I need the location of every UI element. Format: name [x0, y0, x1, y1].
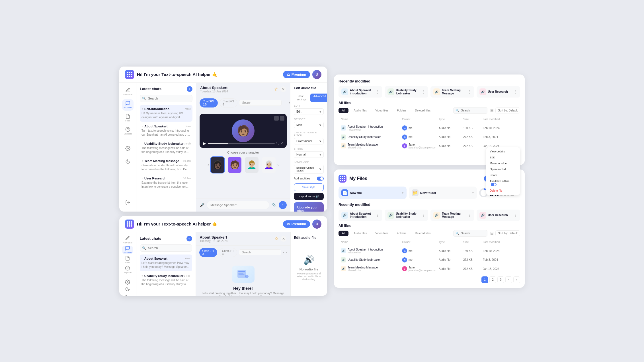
chat-item-usability[interactable]: Usability Study Icebreaker 3 Feb The fol…	[140, 140, 192, 156]
sidebar2-settings[interactable]	[122, 280, 133, 285]
char-card-2[interactable]: 🧑🏽	[227, 156, 242, 173]
tab-basic-settings[interactable]: Basic settings	[294, 94, 309, 102]
sidebar-item-logout[interactable]	[122, 197, 134, 208]
char-search-2[interactable]	[239, 249, 281, 255]
fullscreen-icon[interactable]: ⛶	[276, 142, 279, 145]
chat-search-2[interactable]	[140, 244, 192, 252]
file-action-b3[interactable]: ⋮	[512, 266, 518, 271]
file-action-b1[interactable]: ⋮	[512, 249, 518, 253]
ctx-edit[interactable]: Edit	[486, 154, 520, 160]
sidebar-item-support[interactable]: Support	[122, 125, 134, 137]
filter-icon[interactable]: ⊞	[490, 108, 494, 113]
recent-more-b4[interactable]: ⋮	[513, 213, 517, 218]
tab-folders[interactable]: Folders	[393, 108, 410, 113]
tab-b-video[interactable]: Video files	[372, 231, 392, 236]
file-row-2[interactable]: 🔊 Usability Study Icebreaker m me Audio …	[339, 133, 520, 141]
recent-more-3[interactable]: ⋮	[467, 90, 471, 94]
tone-select[interactable]: Professional ∨	[294, 138, 324, 144]
recent-more-b3[interactable]: ⋮	[467, 213, 471, 218]
expand-icon[interactable]: ⤢	[281, 142, 283, 145]
char-card-3[interactable]: 👨🏼‍🦱	[244, 156, 259, 173]
recent-more-2[interactable]: ⋮	[421, 90, 425, 94]
progress-bar[interactable]	[208, 143, 275, 144]
sidebar2-dark-mode[interactable]	[122, 286, 133, 291]
tab-b-audio[interactable]: Audio files	[350, 231, 370, 236]
sort-button-top[interactable]: Sort by: Default	[495, 107, 520, 113]
ctx-move[interactable]: Move to folder	[486, 160, 520, 166]
play-button[interactable]: ▶	[203, 141, 206, 146]
sidebar2-files[interactable]: Files	[122, 256, 133, 264]
recent-file-1[interactable]: 🔊 About Speakert introduction ⋮	[339, 86, 382, 98]
save-style-button[interactable]: Save style	[294, 183, 324, 191]
tab-b-all[interactable]: All	[339, 231, 348, 236]
send-button[interactable]: ↑	[279, 201, 287, 209]
mic-icon[interactable]: 🎤	[200, 203, 204, 207]
tab-chatgpt35[interactable]: ChatGPT 3.5	[200, 98, 218, 107]
prev-char-icon[interactable]: ‹	[208, 162, 209, 167]
file-row-b2[interactable]: 🔊 Usability Study Icebreaker m me Audio …	[339, 256, 520, 264]
ctx-offline[interactable]: Available offline	[486, 178, 520, 188]
file-action-2[interactable]: ⋮	[512, 135, 518, 139]
attach-icon[interactable]: 📎	[272, 203, 276, 207]
chat-search-input[interactable]	[140, 95, 192, 102]
sidebar-item-all-chats[interactable]: All chats	[122, 99, 134, 111]
tab2-chatgpt35[interactable]: ChatGPT 3.5	[199, 248, 218, 257]
add-chat-button[interactable]: +	[187, 86, 192, 92]
new-file-button[interactable]: 📄 New file +	[339, 187, 407, 199]
tab-deleted[interactable]: Deleted files	[412, 108, 434, 113]
favorite-icon-2[interactable]: ☆	[274, 236, 278, 241]
tab-chatgpt4[interactable]: ChatGPT 4	[220, 98, 238, 107]
page-b1[interactable]: 1	[481, 276, 488, 283]
ctx-delete[interactable]: Delete file	[486, 188, 520, 194]
recent-file-b4[interactable]: 🔊 User Research ⋮	[477, 210, 520, 221]
tab-all[interactable]: All	[339, 108, 348, 113]
subtitles-toggle[interactable]	[317, 177, 324, 181]
chat-item-user-research[interactable]: User Research 10 Jan Examine the transcr…	[140, 174, 192, 191]
new-folder-button[interactable]: 📁 New folder +	[409, 187, 477, 199]
speed-select[interactable]: Normal ∨	[294, 151, 324, 158]
language-select[interactable]: English (United States) ∨	[294, 165, 324, 174]
char-search-input[interactable]	[239, 100, 282, 106]
recent-more-1[interactable]: ⋮	[376, 90, 380, 94]
tab-video[interactable]: Video files	[372, 108, 392, 113]
recent-file-3[interactable]: 🔊 Team Meeting Message ⋮	[430, 86, 474, 98]
file-row-1[interactable]: 🔊 About Speakert introduction Private ch…	[339, 123, 520, 133]
edit-select[interactable]: Edit ∨	[294, 108, 324, 115]
chat-item-2-usability[interactable]: Usability Study Icebreaker 3 Feb The fol…	[140, 272, 192, 289]
tab-advanced[interactable]: Advanced	[310, 94, 327, 102]
sidebar2-logout[interactable]	[122, 295, 133, 296]
ctx-open-chat[interactable]: Open in chat	[486, 166, 520, 172]
add-chat-button-2[interactable]: +	[186, 236, 192, 241]
chat-item-2-about[interactable]: About Speakert New Let's start creating …	[140, 255, 192, 271]
next-char-icon[interactable]: ›	[277, 162, 279, 167]
page-b4[interactable]: 4	[505, 276, 512, 283]
file-row-3[interactable]: 🔊 Team Meeting Message Shared chat J Jan…	[339, 141, 520, 151]
close-button[interactable]: ✕	[280, 86, 286, 92]
favorite-icon[interactable]: ☆	[274, 86, 278, 92]
message-input[interactable]	[207, 201, 269, 209]
premium-button-2[interactable]: Premium	[283, 220, 310, 228]
recent-file-b3[interactable]: 🔊 Team Meeting Message ⋮	[430, 210, 474, 221]
file-row-b3[interactable]: 🔊 Team Meeting Message Shared chat J Jan…	[339, 264, 520, 274]
recent-file-2[interactable]: 🔊 Usability Study Icebreaker ⋮	[385, 86, 428, 98]
export-button[interactable]: Export audio 🔊	[294, 193, 324, 200]
tab-b-folders[interactable]: Folders	[393, 231, 410, 236]
chat-item-self-intro[interactable]: Self-introduction More Hi! My name is Ge…	[140, 105, 192, 122]
premium-button-1[interactable]: Premium	[283, 71, 310, 78]
sidebar-item-files[interactable]: Files	[122, 112, 134, 124]
sidebar-item-settings[interactable]	[122, 143, 134, 154]
ctx-share[interactable]: Share	[486, 172, 520, 178]
page-next[interactable]: ›	[513, 276, 520, 283]
sidebar-item-dark-mode[interactable]	[122, 156, 134, 167]
filter-icon-b[interactable]: ⊞	[490, 231, 494, 235]
close-button-2[interactable]: ✕	[281, 236, 286, 242]
gender-select[interactable]: Male ∨	[294, 122, 324, 128]
sidebar-item-new-chat[interactable]: New chat	[122, 86, 134, 98]
char-card-4[interactable]: 👩🏼‍🦳	[261, 156, 276, 173]
sort-button-bottom[interactable]: Sort by: Default	[495, 230, 520, 236]
char-card-1[interactable]: 👩🏿	[210, 156, 225, 173]
chat-item-about-speakert[interactable]: About Speakert New Turn text to speech v…	[140, 122, 192, 139]
tab-audio[interactable]: Audio files	[350, 108, 370, 113]
ctx-view-details[interactable]: View details	[486, 148, 520, 154]
page-b3[interactable]: 3	[497, 276, 504, 283]
